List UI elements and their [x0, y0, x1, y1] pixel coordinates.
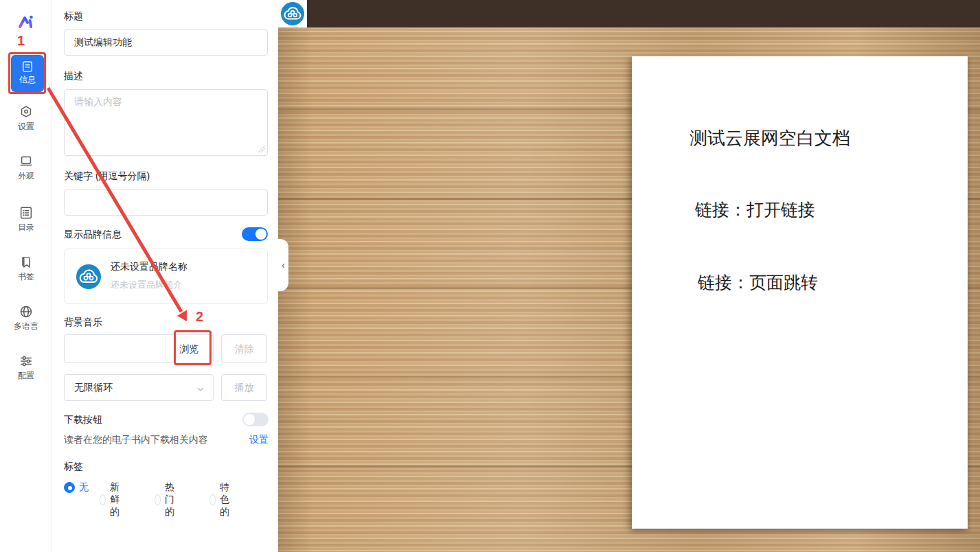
keywords-input[interactable] — [64, 189, 268, 216]
sidebar-item-label: 配置 — [0, 371, 52, 380]
download-label: 下载按钮 — [64, 414, 102, 426]
sidebar-item-label: 设置 — [0, 122, 52, 131]
tag-radio-featured[interactable]: 特色的 — [209, 481, 234, 518]
toggle-knob — [255, 229, 266, 240]
page-link-jump[interactable]: 链接：页面跳转 — [698, 271, 818, 294]
info-settings-panel: 标题 描述 关键字 (用逗号分隔) 显示品牌信息 还未设置品牌名称 还未设置品牌… — [52, 0, 278, 552]
browse-button[interactable]: 浏览 — [165, 335, 213, 363]
tag-radio-fresh[interactable]: 新鲜的 — [100, 481, 124, 518]
app-window: 信息 设置 外观 — [0, 0, 980, 552]
title-input[interactable] — [64, 30, 268, 56]
sidebar-item-info[interactable]: 信息 — [11, 55, 44, 92]
music-input[interactable] — [65, 335, 165, 363]
brand-desc-placeholder: 还未设置品牌简介 — [111, 279, 182, 291]
loop-mode-value: 无限循环 — [74, 382, 113, 394]
wood-background: 测试云展网空白文档 链接：打开链接 链接：页面跳转 — [278, 27, 980, 552]
tag-radio-hot[interactable]: 热门的 — [155, 481, 179, 518]
radio-dot — [209, 494, 216, 505]
cloud-logo-icon — [281, 2, 304, 25]
book-preview-area: 测试云展网空白文档 链接：打开链接 链接：页面跳转 ‹ — [278, 0, 980, 552]
description-label: 描述 — [64, 70, 83, 82]
description-textarea[interactable] — [64, 89, 268, 156]
brand-card[interactable]: 还未设置品牌名称 还未设置品牌简介 — [64, 249, 268, 304]
download-settings-link[interactable]: 设置 — [249, 434, 269, 446]
show-brand-label: 显示品牌信息 — [64, 229, 122, 241]
viewer-topbar — [278, 0, 980, 27]
radio-label: 新鲜的 — [110, 481, 124, 518]
tag-radio-none[interactable]: 无 — [64, 481, 89, 494]
title-label: 标题 — [64, 10, 83, 23]
radio-label: 无 — [79, 481, 89, 494]
chevron-down-icon — [196, 384, 205, 392]
bookmark-icon — [19, 255, 34, 270]
sidebar-item-label: 书签 — [0, 272, 52, 281]
sidebar-item-multilanguage[interactable]: 多语言 — [0, 304, 52, 331]
tags-label: 标签 — [64, 461, 83, 473]
radio-dot — [100, 494, 106, 505]
panel-collapse-handle[interactable]: ‹ — [278, 239, 288, 291]
download-hint: 读者在您的电子书内下载相关内容 — [64, 434, 208, 446]
sliders-icon — [19, 354, 34, 369]
radio-label: 特色的 — [220, 481, 234, 518]
toggle-knob — [244, 414, 255, 425]
sidebar-item-toc[interactable]: 目录 — [0, 205, 52, 232]
sidebar-item-label: 外观 — [0, 171, 52, 181]
sidebar: 信息 设置 外观 — [0, 0, 52, 552]
document-page[interactable]: 测试云展网空白文档 链接：打开链接 链接：页面跳转 — [632, 56, 968, 529]
music-input-group: 浏览 — [64, 334, 214, 363]
sidebar-item-bookmark[interactable]: 书签 — [0, 255, 52, 281]
clear-button[interactable]: 清除 — [221, 334, 267, 363]
page-link-open[interactable]: 链接：打开链接 — [695, 198, 815, 221]
radio-dot — [64, 482, 75, 493]
toc-list-icon — [19, 205, 34, 220]
sidebar-item-appearance[interactable]: 外观 — [0, 154, 52, 181]
gear-icon — [19, 104, 34, 119]
brand-name-placeholder: 还未设置品牌名称 — [111, 261, 187, 273]
globe-icon — [19, 304, 34, 319]
brand-toggle[interactable] — [242, 227, 268, 241]
radio-dot — [155, 494, 161, 505]
monitor-icon — [19, 154, 34, 169]
sidebar-item-label: 目录 — [0, 222, 52, 232]
brand-logo — [76, 264, 101, 289]
radio-label: 热门的 — [165, 481, 179, 518]
textarea-resize-grip[interactable] — [258, 146, 265, 152]
play-button[interactable]: 播放 — [221, 374, 267, 401]
keywords-label: 关键字 (用逗号分隔) — [64, 170, 150, 183]
page-title: 测试云展网空白文档 — [690, 126, 850, 150]
music-label: 背景音乐 — [64, 317, 102, 329]
sidebar-item-settings[interactable]: 设置 — [0, 104, 52, 131]
viewer-brand-logo[interactable] — [278, 0, 307, 27]
loop-mode-select[interactable]: 无限循环 — [64, 374, 214, 401]
sidebar-item-config[interactable]: 配置 — [0, 354, 52, 380]
sidebar-item-label: 多语言 — [0, 321, 52, 331]
sidebar-item-label: 信息 — [11, 75, 44, 84]
download-toggle[interactable] — [242, 413, 269, 426]
app-logo[interactable] — [16, 12, 36, 32]
app-logo-icon — [16, 12, 36, 32]
info-doc-icon — [21, 60, 34, 73]
